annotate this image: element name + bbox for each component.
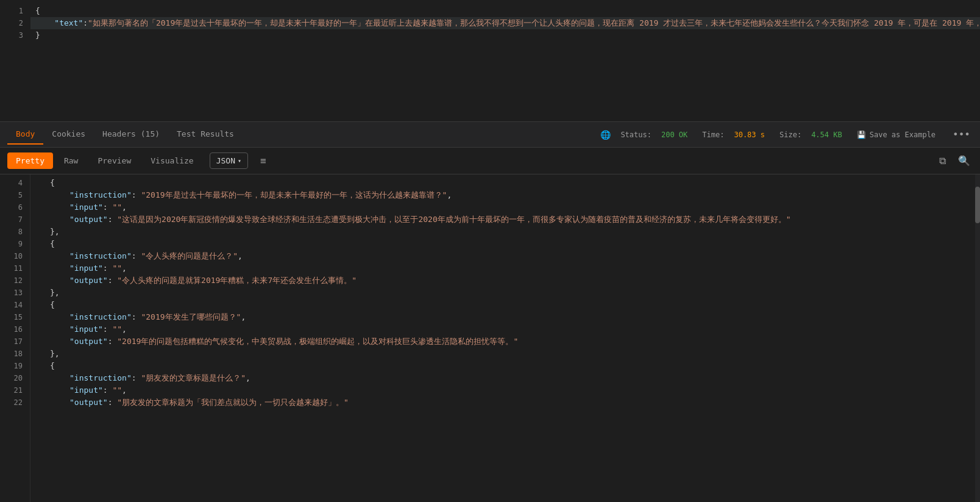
save-as-example-button[interactable]: 💾 Save as Example bbox=[852, 128, 940, 142]
value: "朋友发的文章标题为「我们差点就以为，一切只会越来越好」。" bbox=[117, 398, 349, 407]
text-key: "text" bbox=[35, 18, 83, 27]
value: "朋友发的文章标题是什么？" bbox=[141, 373, 246, 382]
comma: , bbox=[122, 203, 127, 212]
json-line-num-9: 9 bbox=[0, 238, 30, 250]
value: "" bbox=[112, 264, 122, 273]
json-row: }, bbox=[30, 226, 980, 238]
json-row: "input": "", bbox=[30, 201, 980, 213]
format-dropdown-label: JSON bbox=[216, 156, 235, 165]
key: "input" bbox=[69, 325, 103, 334]
colon: : bbox=[103, 385, 113, 395]
key: "output" bbox=[69, 337, 108, 346]
value: "令人头疼的问题是就算2019年糟糕，未来7年还会发生什么事情。" bbox=[117, 276, 357, 285]
json-line-num-7: 7 bbox=[0, 213, 30, 226]
json-line-num-4: 4 bbox=[0, 177, 30, 189]
status-label: Status: bbox=[620, 131, 652, 139]
comma: , bbox=[246, 373, 250, 382]
json-line-num-15: 15 bbox=[0, 311, 30, 323]
size-label: Size: bbox=[779, 131, 801, 139]
bracket: } bbox=[50, 227, 55, 236]
key: "instruction" bbox=[69, 251, 132, 260]
format-tab-preview[interactable]: Preview bbox=[89, 152, 140, 169]
globe-icon: 🌐 bbox=[600, 130, 611, 140]
more-options-button[interactable]: ••• bbox=[950, 126, 973, 143]
save-icon: 💾 bbox=[857, 131, 866, 139]
bracket: { bbox=[50, 178, 55, 187]
bracket-close: } bbox=[35, 30, 40, 40]
colon: : bbox=[103, 203, 113, 212]
tab-body[interactable]: Body bbox=[7, 124, 43, 145]
comma: , bbox=[122, 385, 127, 395]
request-code-area: { "text":"如果那句著名的「2019年是过去十年最坏的一年，却是未来十年… bbox=[30, 0, 980, 46]
json-row: { bbox=[30, 238, 980, 250]
scrollbar-track[interactable] bbox=[975, 174, 980, 502]
search-button[interactable]: 🔍 bbox=[956, 152, 973, 169]
format-tabs-right: ⧉ 🔍 bbox=[937, 152, 973, 169]
tab-test-results[interactable]: Test Results bbox=[168, 124, 243, 145]
json-row: }, bbox=[30, 287, 980, 299]
req-line-3: } bbox=[30, 29, 980, 41]
json-content-area[interactable]: 4 5 6 7 8 9 10 11 12 13 14 15 16 17 18 1… bbox=[0, 174, 980, 502]
tab-cookies[interactable]: Cookies bbox=[43, 124, 94, 145]
json-line-num-22: 22 bbox=[0, 396, 30, 409]
json-line-num-16: 16 bbox=[0, 323, 30, 335]
key: "instruction" bbox=[69, 190, 132, 199]
response-tabs-right: 🌐 Status: 200 OK Time: 30.83 s Size: 4.5… bbox=[600, 126, 973, 143]
json-row: "instruction": "2019年是过去十年最坏的一年，却是未来十年最好… bbox=[30, 189, 980, 201]
colon: : bbox=[103, 325, 113, 334]
scrollbar-thumb[interactable] bbox=[975, 187, 980, 223]
bracket: { bbox=[50, 239, 55, 248]
json-line-num-11: 11 bbox=[0, 262, 30, 274]
json-row: "instruction": "令人头疼的问题是什么？", bbox=[30, 250, 980, 262]
line-num-1: 1 bbox=[0, 5, 30, 17]
copy-button[interactable]: ⧉ bbox=[937, 152, 948, 169]
comma: , bbox=[55, 227, 60, 236]
json-line-num-13: 13 bbox=[0, 287, 30, 299]
json-line-num-18: 18 bbox=[0, 348, 30, 360]
response-tabs-bar: Body Cookies Headers (15) Test Results 🌐… bbox=[0, 122, 980, 148]
json-row: "output": "朋友发的文章标题为「我们差点就以为，一切只会越来越好」。" bbox=[30, 396, 980, 409]
key: "input" bbox=[69, 203, 103, 212]
json-line-num-5: 5 bbox=[0, 189, 30, 201]
comma: , bbox=[122, 325, 127, 334]
format-dropdown[interactable]: JSON ▾ bbox=[210, 152, 248, 169]
json-code-body: { "instruction": "2019年是过去十年最坏的一年，却是未来十年… bbox=[30, 174, 980, 502]
colon: : bbox=[108, 398, 118, 407]
json-row: "input": "", bbox=[30, 323, 980, 335]
tab-headers[interactable]: Headers (15) bbox=[94, 124, 168, 145]
bracket-open: { bbox=[35, 6, 40, 15]
value: "" bbox=[112, 385, 122, 395]
json-row: }, bbox=[30, 348, 980, 360]
json-row: "input": "", bbox=[30, 262, 980, 274]
json-row: "output": "2019年的问题包括糟糕的气候变化，中美贸易战，极端组织的… bbox=[30, 335, 980, 348]
format-tab-raw[interactable]: Raw bbox=[55, 152, 87, 169]
filter-icon[interactable]: ≡ bbox=[255, 152, 271, 169]
bracket: } bbox=[50, 288, 55, 297]
colon: : bbox=[108, 215, 118, 224]
time-value: 30.83 s bbox=[734, 131, 765, 139]
json-row: "input": "", bbox=[30, 384, 980, 396]
bracket: { bbox=[50, 361, 55, 370]
colon: : bbox=[108, 337, 118, 346]
comma: , bbox=[241, 312, 246, 321]
comma: , bbox=[447, 190, 452, 199]
value: "" bbox=[112, 325, 122, 334]
value: "2019年是过去十年最坏的一年，却是未来十年最好的一年，这话为什么越来越靠谱？… bbox=[141, 190, 447, 199]
value: "2019年发生了哪些问题？" bbox=[141, 312, 241, 321]
key: "output" bbox=[69, 276, 108, 285]
json-line-num-10: 10 bbox=[0, 250, 30, 262]
json-line-num-8: 8 bbox=[0, 226, 30, 238]
json-line-num-17: 17 bbox=[0, 335, 30, 348]
json-line-num-20: 20 bbox=[0, 372, 30, 384]
json-row: "output": "这话是因为2020年新冠疫情的爆发导致全球经济和生活生态遭… bbox=[30, 213, 980, 226]
format-tab-pretty[interactable]: Pretty bbox=[7, 152, 53, 169]
format-tab-visualize[interactable]: Visualize bbox=[142, 152, 202, 169]
colon: : bbox=[108, 276, 118, 285]
key: "instruction" bbox=[69, 312, 132, 321]
json-row: { bbox=[30, 299, 980, 311]
chevron-down-icon: ▾ bbox=[238, 157, 241, 164]
value: "2019年的问题包括糟糕的气候变化，中美贸易战，极端组织的崛起，以及对科技巨头… bbox=[117, 337, 518, 346]
json-line-num-14: 14 bbox=[0, 299, 30, 311]
value: "" bbox=[112, 203, 122, 212]
colon: : bbox=[103, 264, 113, 273]
